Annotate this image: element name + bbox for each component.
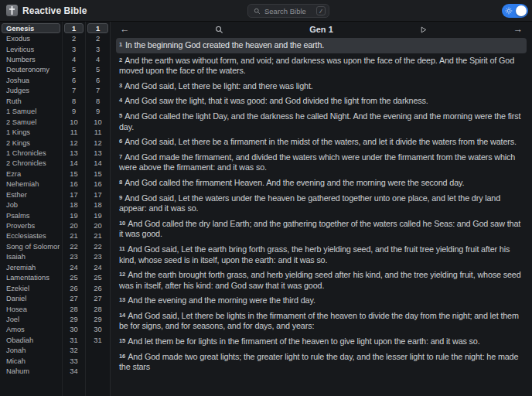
verse-nav-item[interactable]: 6 [87,75,108,85]
chapter-item[interactable]: 9 [64,107,84,117]
verse-nav-item[interactable]: 24 [87,262,108,272]
verse-nav-item[interactable]: 5 [87,65,108,75]
verse-4[interactable]: 4 And God saw the light, that it was goo… [116,94,527,109]
verse-nav-item[interactable]: 17 [87,189,108,200]
book-item[interactable]: Esther [2,189,60,200]
chapter-item[interactable]: 24 [64,262,84,272]
verse-nav-item[interactable]: 2 [87,33,108,43]
book-item[interactable]: Isaiah [2,252,60,262]
chapter-item[interactable]: 19 [64,210,84,220]
verse-nav-item[interactable]: 4 [87,54,108,64]
verse-nav-item[interactable]: 15 [87,169,108,179]
book-item[interactable]: Numbers [2,54,60,64]
verse-nav-item[interactable]: 18 [87,200,108,210]
chapter-item[interactable]: 5 [64,65,84,75]
book-item[interactable]: Hosea [2,304,60,314]
forward-button[interactable]: → [513,25,523,35]
book-item[interactable]: Psalms [2,210,60,220]
chapter-item[interactable]: 29 [64,314,84,324]
chapter-item[interactable]: 31 [64,335,84,345]
chapter-item[interactable]: 33 [64,356,84,366]
verse-nav-item[interactable]: 3 [87,44,108,54]
book-item[interactable]: Proverbs [2,220,60,230]
verse-nav-item[interactable]: 12 [87,138,108,148]
book-item[interactable]: Ecclesiastes [2,231,60,241]
verse-nav-item[interactable]: 28 [87,304,108,314]
book-item[interactable]: Ezekiel [2,283,60,293]
verse-15[interactable]: 15 And let them be for lights in the fir… [116,334,527,350]
chapter-item[interactable]: 23 [64,252,84,262]
book-item[interactable]: 2 Chronicles [2,159,60,169]
verse-nav-item[interactable]: 10 [87,117,108,127]
book-item[interactable]: Job [2,200,60,210]
book-item[interactable]: Judges [2,86,60,96]
verse-nav-item[interactable]: 21 [87,231,108,241]
book-item[interactable]: Leviticus [2,44,60,54]
verse-8[interactable]: 8 And God called the firmament Heaven. A… [116,176,527,191]
chapter-item[interactable]: 15 [64,169,84,179]
chapter-item[interactable]: 26 [64,283,84,293]
chapter-item[interactable]: 13 [64,148,84,158]
book-item[interactable]: Jeremiah [2,262,60,272]
book-item[interactable]: Lamentations [2,273,60,283]
verse-14[interactable]: 14 And God said, Let there be lights in … [116,309,527,334]
verse-13[interactable]: 13 And the evening and the morning were … [116,293,527,309]
back-button[interactable]: ← [120,25,130,35]
verse-nav-item[interactable]: 26 [87,283,108,293]
book-item[interactable]: Ezra [2,169,60,179]
verse-nav-item[interactable]: 9 [87,107,108,117]
verse-nav-item[interactable]: 13 [87,148,108,158]
book-item[interactable]: 1 Samuel [2,107,60,117]
play-audio-button[interactable] [419,26,428,34]
verse-3[interactable]: 3 And God said, Let there be light: and … [116,79,527,94]
chapter-item[interactable]: 2 [64,33,84,43]
book-item[interactable]: Amos [2,325,60,335]
verse-nav-item[interactable]: 8 [87,96,108,106]
verse-nav-item[interactable]: 7 [87,86,108,96]
verse-6[interactable]: 6 And God said, Let there be a firmament… [116,135,527,150]
verse-1[interactable]: 1 In the beginning God created the heave… [116,38,527,53]
verse-nav-item[interactable]: 11 [87,127,108,137]
chapter-search-button[interactable] [215,26,223,34]
chapter-item[interactable]: 1 [64,23,84,33]
verse-2[interactable]: 2 And the earth was without form, and vo… [116,53,527,79]
chapter-item[interactable]: 3 [64,44,84,54]
chapter-item[interactable]: 34 [64,366,84,376]
verse-9[interactable]: 9 And God said, Let the waters under the… [116,191,527,217]
book-item[interactable]: Obadiah [2,335,60,345]
chapter-item[interactable]: 17 [64,189,84,200]
verse-7[interactable]: 7 And God made the firmament, and divide… [116,150,527,176]
book-item[interactable]: Jonah [2,346,60,356]
book-item[interactable]: Song of Solomon [2,241,60,251]
chapter-item[interactable]: 20 [64,220,84,230]
verse-nav-item[interactable]: 25 [87,273,108,283]
book-item[interactable]: 2 Samuel [2,117,60,127]
chapter-item[interactable]: 22 [64,241,84,251]
chapter-item[interactable]: 6 [64,75,84,85]
verse-nav-item[interactable]: 16 [87,179,108,189]
verse-16[interactable]: 16 And God made two great lights; the gr… [116,350,527,375]
book-item[interactable]: Nahum [2,366,60,376]
book-item[interactable]: Micah [2,356,60,366]
book-item[interactable]: Exodus [2,33,60,43]
verse-nav-item[interactable]: 1 [87,23,108,33]
verse-nav-item[interactable]: 31 [87,335,108,345]
book-item[interactable]: 1 Chronicles [2,148,60,158]
verse-nav-item[interactable]: 22 [87,241,108,251]
theme-toggle[interactable] [502,4,528,18]
verse-nav-item[interactable]: 20 [87,220,108,230]
chapter-item[interactable]: 27 [64,293,84,303]
chapter-item[interactable]: 30 [64,325,84,335]
chapter-item[interactable]: 28 [64,304,84,314]
verse-nav-item[interactable]: 30 [87,325,108,335]
book-item[interactable]: Joel [2,314,60,324]
chapter-item[interactable]: 11 [64,127,84,137]
verse-nav-item[interactable]: 27 [87,293,108,303]
chapter-item[interactable]: 4 [64,54,84,64]
chapter-item[interactable]: 21 [64,231,84,241]
verse-12[interactable]: 12 And the earth brought forth grass, an… [116,268,527,293]
verse-nav-item[interactable]: 14 [87,159,108,169]
chapter-item[interactable]: 8 [64,96,84,106]
book-item[interactable]: Nehemiah [2,179,60,189]
book-item[interactable]: 2 Kings [2,138,60,148]
